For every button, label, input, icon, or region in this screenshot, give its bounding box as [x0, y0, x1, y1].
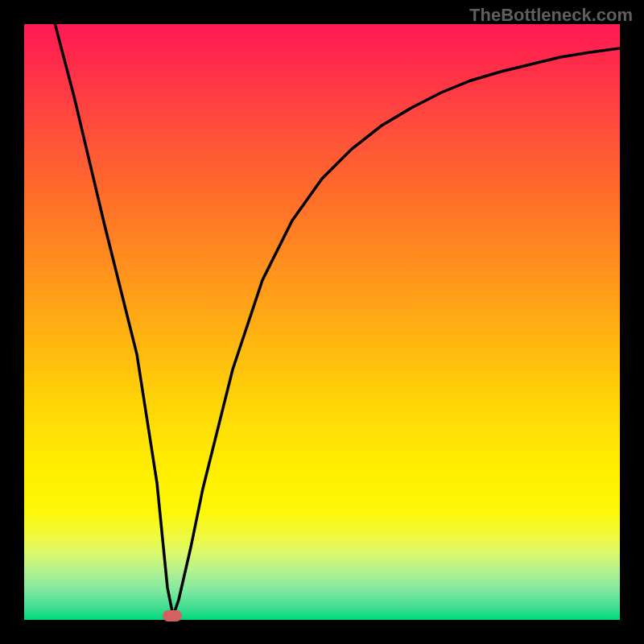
bottleneck-curve — [40, 24, 620, 616]
attribution-text: TheBottleneck.com — [469, 5, 633, 26]
plot-area — [24, 24, 620, 620]
chart-container: TheBottleneck.com — [0, 0, 644, 644]
curve-svg — [24, 24, 620, 620]
optimal-marker — [163, 610, 182, 621]
